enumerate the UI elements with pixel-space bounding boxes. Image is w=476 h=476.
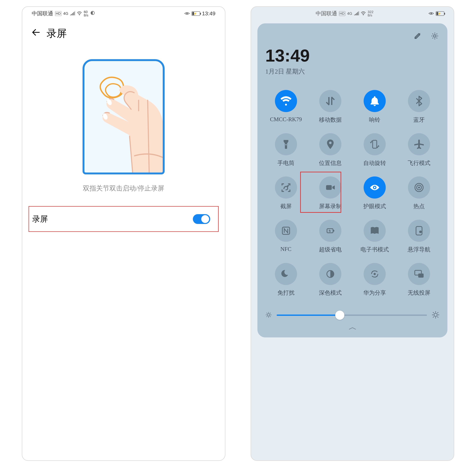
tile-nfc[interactable]: NFC (265, 220, 306, 254)
tile-screenrecord[interactable]: 屏幕录制 (310, 176, 351, 210)
tile-label: NFC (280, 246, 291, 252)
tile-hotspot[interactable]: 热点 (398, 176, 440, 210)
toggle-label: 录屏 (32, 214, 48, 224)
tile-label: 手电筒 (277, 159, 294, 167)
eye-comfort-icon (428, 10, 434, 17)
status-time: 13:49 (202, 10, 215, 17)
network-speed: 322 B/s (368, 10, 374, 17)
svg-line-29 (267, 313, 267, 313)
tile-label: 深色模式 (319, 289, 342, 297)
tile-label: 护眼模式 (363, 203, 386, 210)
tile-wifi[interactable]: CMCC-RK79 (265, 90, 306, 124)
screen-record-toggle-row: 录屏 (29, 206, 219, 232)
tile-label: 移动数据 (319, 116, 342, 124)
battery-icon: ⚡ (436, 11, 444, 16)
wifi-icon (77, 10, 82, 17)
svg-point-21 (374, 273, 376, 275)
hotspot-icon (408, 176, 430, 199)
signal-icon (354, 10, 359, 17)
dnd-icon (275, 263, 297, 285)
svg-rect-23 (418, 273, 424, 278)
tile-label: 无线投屏 (408, 289, 430, 297)
share-icon (364, 263, 386, 285)
tile-data[interactable]: 移动数据 (310, 90, 351, 124)
floatnav-icon (408, 220, 430, 242)
brightness-high-icon (432, 311, 440, 320)
page-title: 录屏 (47, 27, 67, 40)
gesture-hint: 双指关节双击启动/停止录屏 (22, 184, 225, 193)
svg-point-12 (418, 187, 420, 188)
svg-line-32 (267, 316, 267, 317)
data-icon (319, 90, 341, 112)
tile-label: 电子书模式 (360, 246, 389, 254)
tile-label: 华为分享 (363, 289, 386, 297)
edit-tiles-button[interactable] (413, 31, 422, 41)
tile-label: 飞行模式 (408, 159, 430, 167)
brightness-slider[interactable] (265, 311, 440, 320)
screen-record-switch[interactable] (193, 214, 210, 224)
svg-line-38 (433, 312, 434, 313)
ebook-icon (364, 220, 386, 242)
tile-rotate[interactable]: 自动旋转 (354, 133, 395, 167)
tile-location[interactable]: 位置信息 (310, 133, 351, 167)
hd-badge-icon: HD (339, 11, 345, 16)
quick-settings-panel: 13:49 1月2日 星期六 CMCC-RK79移动数据响铃蓝牙手电筒位置信息自… (257, 23, 447, 338)
battery-icon: ⚡ (192, 11, 200, 16)
brightness-track[interactable] (277, 315, 427, 316)
tile-screenshot[interactable]: 截屏 (265, 176, 306, 210)
svg-point-5 (363, 15, 364, 15)
svg-point-2 (187, 13, 188, 14)
brightness-low-icon (265, 312, 272, 319)
svg-rect-17 (333, 230, 334, 232)
svg-rect-18 (416, 226, 422, 235)
panel-handle-icon[interactable] (265, 326, 440, 331)
tile-dark[interactable]: 深色模式 (310, 263, 351, 297)
tile-flashlight[interactable]: 手电筒 (265, 133, 306, 167)
wifi-icon (361, 10, 366, 17)
tile-bluetooth[interactable]: 蓝牙 (398, 90, 440, 124)
bell-icon (364, 90, 386, 112)
tile-label: 超级省电 (319, 246, 342, 254)
tile-bell[interactable]: 响铃 (354, 90, 395, 124)
svg-point-6 (431, 13, 432, 14)
svg-point-0 (79, 15, 80, 15)
tile-airplane[interactable]: 飞行模式 (398, 133, 440, 167)
moon-icon (90, 10, 95, 17)
eye-icon (364, 176, 386, 199)
settings-screen: 中国联通 HD 4G 60 B/s ⚡ 13:49 (22, 6, 225, 461)
panel-date: 1月2日 星期六 (265, 67, 440, 76)
tile-label: 位置信息 (319, 159, 342, 167)
svg-point-24 (267, 314, 270, 316)
svg-point-19 (419, 231, 422, 233)
tile-label: 自动旋转 (363, 159, 386, 167)
network-4g-icon: 4G (347, 11, 352, 16)
back-button[interactable] (32, 28, 40, 39)
eye-comfort-icon (184, 10, 190, 17)
network-4g-icon: 4G (63, 11, 68, 16)
carrier-label: 中国联通 (32, 10, 53, 17)
wifi-icon (275, 90, 297, 112)
gesture-illustration (22, 59, 225, 174)
rotate-icon (364, 133, 386, 155)
tile-powersave[interactable]: 超级省电 (310, 220, 351, 254)
location-icon (319, 133, 341, 155)
tile-label: 悬浮导航 (408, 246, 430, 254)
signal-icon (70, 10, 75, 17)
svg-point-33 (434, 313, 437, 316)
flashlight-icon (275, 133, 297, 155)
tile-eye[interactable]: 护眼模式 (354, 176, 395, 210)
tile-cast[interactable]: 无线投屏 (398, 263, 440, 297)
carrier-label: 中国联通 (316, 10, 337, 17)
screenrecord-icon (319, 176, 341, 199)
tile-floatnav[interactable]: 悬浮导航 (398, 220, 440, 254)
svg-line-39 (437, 317, 438, 318)
tile-dnd[interactable]: 免打扰 (265, 263, 306, 297)
quick-settings-screen: 中国联通 HD 4G 322 B/s ⚡ (251, 6, 454, 461)
svg-point-11 (374, 187, 375, 188)
svg-point-7 (434, 35, 436, 37)
tile-label: 蓝牙 (413, 116, 425, 124)
tile-share[interactable]: 华为分享 (354, 263, 395, 297)
panel-time: 13:49 (265, 45, 440, 66)
settings-button[interactable] (430, 31, 440, 41)
tile-ebook[interactable]: 电子书模式 (354, 220, 395, 254)
